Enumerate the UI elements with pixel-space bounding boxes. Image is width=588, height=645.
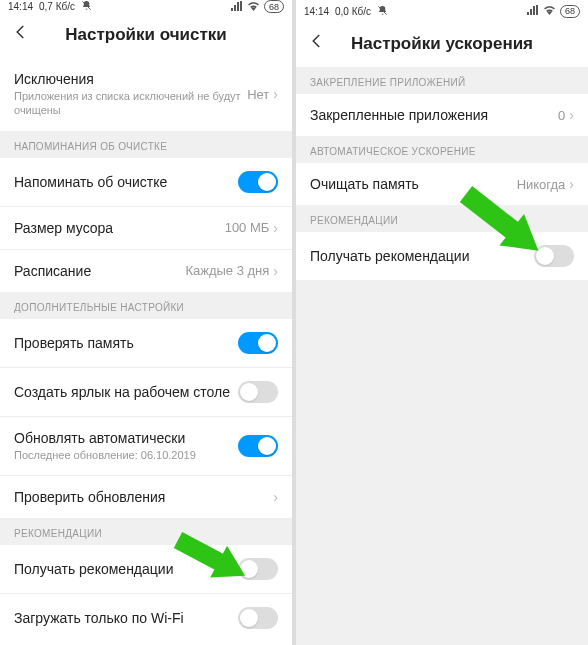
toggle-create-shortcut[interactable] [238, 381, 278, 403]
row-pinned-apps[interactable]: Закрепленные приложения 0 › [296, 94, 588, 136]
signal-icon [231, 1, 243, 13]
exclusions-value: Нет [247, 87, 269, 102]
row-create-shortcut[interactable]: Создать ярлык на рабочем столе [0, 367, 292, 416]
chevron-icon: › [569, 176, 574, 192]
row-schedule[interactable]: Расписание Каждые 3 дня › [0, 249, 292, 292]
row-clear-memory[interactable]: Очищать память Никогда › [296, 163, 588, 205]
row-exclusions[interactable]: Исключения Приложения из списка исключен… [0, 58, 292, 131]
status-time: 14:14 [8, 1, 33, 12]
toggle-remind-cleanup[interactable] [238, 171, 278, 193]
section-reminders: НАПОМИНАНИЯ ОБ ОЧИСТКЕ [0, 131, 292, 158]
toggle-wifi-only[interactable] [238, 607, 278, 629]
chevron-icon: › [273, 86, 278, 102]
status-bar: 14:14 0,7 Кб/с 68 [0, 0, 292, 13]
row-check-memory[interactable]: Проверять память [0, 319, 292, 367]
status-speed: 0,7 Кб/с [39, 1, 75, 12]
battery-indicator: 68 [264, 0, 284, 13]
status-time: 14:14 [304, 6, 329, 17]
section-auto-boost: АВТОМАТИЧЕСКОЕ УСКОРЕНИЕ [296, 136, 588, 163]
screen-cleanup-settings: 14:14 0,7 Кб/с 68 Настройки очистки Искл… [0, 0, 292, 645]
battery-indicator: 68 [560, 5, 580, 18]
row-wifi-only[interactable]: Загружать только по Wi-Fi [0, 593, 292, 642]
page-title: Настройки ускорения [308, 34, 576, 54]
row-auto-update[interactable]: Обновлять автоматически Последнее обновл… [0, 416, 292, 475]
chevron-icon: › [273, 220, 278, 236]
toggle-check-memory[interactable] [238, 332, 278, 354]
section-pinned-apps: ЗАКРЕПЛЕНИЕ ПРИЛОЖЕНИЙ [296, 67, 588, 94]
section-additional: ДОПОЛНИТЕЛЬНЫЕ НАСТРОЙКИ [0, 292, 292, 319]
row-remind-cleanup[interactable]: Напоминать об очистке [0, 158, 292, 206]
wifi-icon [543, 5, 556, 17]
status-bar: 14:14 0,0 Кб/с 68 [296, 0, 588, 22]
screen-boost-settings: 14:14 0,0 Кб/с 68 Настройки ускорения ЗА… [296, 0, 588, 645]
exclusions-label: Исключения [14, 71, 247, 87]
dnd-icon [377, 5, 388, 18]
wifi-icon [247, 1, 260, 13]
header: Настройки ускорения [296, 22, 588, 67]
page-title: Настройки очистки [12, 25, 280, 45]
exclusions-sub: Приложения из списка исключений не будут… [14, 89, 247, 118]
header: Настройки очистки [0, 13, 292, 58]
chevron-icon: › [273, 489, 278, 505]
chevron-icon: › [569, 107, 574, 123]
row-check-updates[interactable]: Проверить обновления › [0, 475, 292, 518]
dnd-icon [81, 0, 92, 13]
section-recommendations: РЕКОМЕНДАЦИИ [0, 518, 292, 545]
toggle-auto-update[interactable] [238, 435, 278, 457]
section-recommendations: РЕКОМЕНДАЦИИ [296, 205, 588, 232]
chevron-icon: › [273, 263, 278, 279]
status-speed: 0,0 Кб/с [335, 6, 371, 17]
signal-icon [527, 5, 539, 17]
row-trash-size[interactable]: Размер мусора 100 МБ › [0, 206, 292, 249]
